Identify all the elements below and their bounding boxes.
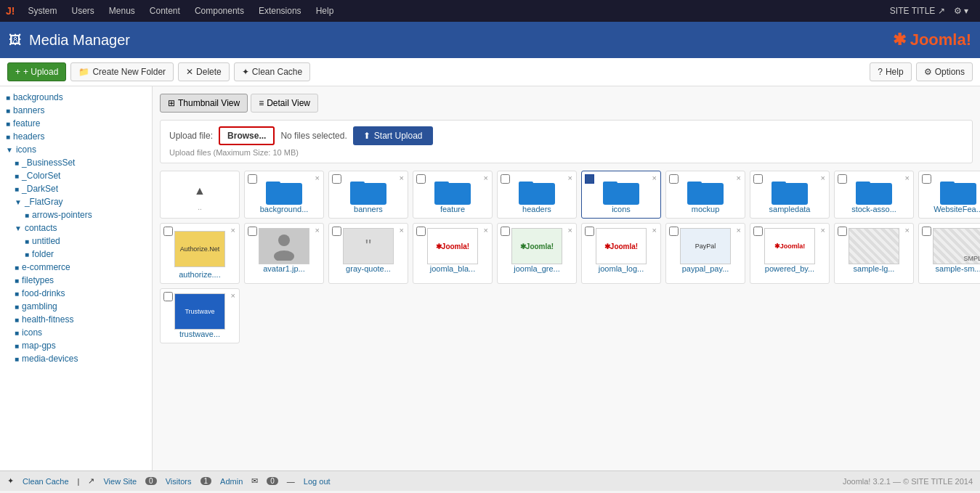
gear-icon[interactable]: ⚙ ▾	[948, 3, 974, 19]
close-icon[interactable]: ×	[821, 226, 825, 235]
file-item-joomla-log[interactable]: × ✱Joomla! joomla_log...	[581, 223, 661, 284]
close-icon[interactable]: ×	[400, 174, 404, 182]
file-checkbox[interactable]	[163, 227, 173, 236]
close-icon[interactable]: ×	[484, 174, 488, 182]
close-icon[interactable]: ×	[568, 174, 572, 182]
file-item-sample-sm[interactable]: × SMPL sample-sm...	[918, 223, 980, 284]
file-checkbox[interactable]	[922, 227, 931, 236]
file-item-authorize[interactable]: × Authorize.Net authorize....	[160, 223, 240, 284]
logout-link[interactable]: Log out	[304, 477, 331, 486]
nav-extensions[interactable]: Extensions	[253, 3, 307, 19]
file-checkbox[interactable]	[501, 227, 510, 236]
file-item-joomla-bla[interactable]: × ✱Joomla! joomla_bla...	[413, 223, 493, 284]
sidebar-item-untitled[interactable]: ■ untitled	[0, 235, 152, 248]
parent-folder-item[interactable]: ▲ ..	[160, 171, 240, 219]
folder-checkbox[interactable]	[753, 174, 763, 184]
view-site-link[interactable]: View Site	[103, 477, 137, 486]
nav-system[interactable]: System	[22, 3, 62, 19]
help-button[interactable]: ? Help	[870, 62, 911, 81]
folder-checkbox[interactable]	[922, 174, 931, 184]
close-icon[interactable]: ×	[400, 226, 404, 235]
folder-checkbox[interactable]	[501, 174, 510, 184]
file-checkbox[interactable]	[838, 227, 847, 236]
sidebar-item-health-fitness[interactable]: ■ health-fitness	[0, 313, 152, 326]
folder-checkbox[interactable]	[248, 174, 257, 184]
admin-link[interactable]: Admin	[220, 477, 243, 486]
close-icon[interactable]: ×	[737, 174, 741, 182]
sidebar-item-gambling[interactable]: ■ gambling	[0, 300, 152, 313]
folder-item-icons[interactable]: × icons	[581, 171, 661, 219]
folder-item-website[interactable]: × WebsiteFea...	[918, 171, 980, 219]
close-icon[interactable]: ×	[905, 226, 910, 235]
close-icon[interactable]: ×	[315, 174, 320, 182]
sidebar-item-folder[interactable]: ■ folder	[0, 248, 152, 261]
visitors-link[interactable]: Visitors	[166, 477, 192, 486]
sidebar-item-icons2[interactable]: ■ icons	[0, 326, 152, 339]
file-checkbox[interactable]	[332, 227, 341, 236]
file-checkbox[interactable]	[248, 227, 257, 236]
folder-item-headers[interactable]: × headers	[497, 171, 577, 219]
close-icon[interactable]: ×	[568, 226, 572, 235]
file-item-sample-lg[interactable]: × sample-lg...	[834, 223, 914, 284]
file-checkbox[interactable]	[753, 227, 763, 236]
sidebar-item-flatgray[interactable]: ▼ _FlatGray	[0, 195, 152, 208]
folder-checkbox-checked[interactable]	[585, 174, 594, 184]
sidebar-item-arrows[interactable]: ■ arrows-pointers	[0, 208, 152, 221]
sidebar-item-contacts[interactable]: ▼ contacts	[0, 221, 152, 235]
file-checkbox[interactable]	[416, 227, 426, 236]
close-icon[interactable]: ×	[737, 226, 741, 235]
sidebar-item-backgrounds[interactable]: ■ backgrounds	[0, 91, 152, 104]
nav-content[interactable]: Content	[144, 3, 186, 19]
folder-checkbox[interactable]	[669, 174, 679, 184]
folder-item-feature[interactable]: × feature	[413, 171, 493, 219]
close-icon[interactable]: ×	[821, 174, 825, 182]
sidebar-item-headers[interactable]: ■ headers	[0, 130, 152, 143]
sidebar-item-businessset[interactable]: ■ _BusinessSet	[0, 156, 152, 169]
file-checkbox[interactable]	[163, 292, 173, 301]
folder-item-mockup[interactable]: × mockup	[665, 171, 745, 219]
file-item-trustwave[interactable]: × Trustwave trustwave...	[160, 288, 240, 343]
close-icon[interactable]: ×	[652, 174, 657, 182]
close-icon[interactable]: ×	[905, 174, 910, 182]
sidebar-item-food-drinks[interactable]: ■ food-drinks	[0, 287, 152, 300]
folder-item-sampledata[interactable]: × sampledata	[750, 171, 830, 219]
nav-help[interactable]: Help	[310, 3, 340, 19]
folder-item-backgrounds[interactable]: × background...	[244, 171, 324, 219]
folder-checkbox[interactable]	[838, 174, 847, 184]
upload-button[interactable]: + + Upload	[7, 62, 66, 81]
sidebar-item-media-devices[interactable]: ■ media-devices	[0, 352, 152, 365]
file-item-gray-quote[interactable]: × " gray-quote...	[328, 223, 408, 284]
sidebar-item-darkset[interactable]: ■ _DarkSet	[0, 182, 152, 195]
options-button[interactable]: ⚙ Options	[916, 62, 973, 81]
folder-item-banners[interactable]: × banners	[328, 171, 408, 219]
browse-button[interactable]: Browse...	[219, 126, 275, 145]
nav-users[interactable]: Users	[65, 3, 100, 19]
sidebar-item-banners[interactable]: ■ banners	[0, 104, 152, 117]
sidebar-item-colorset[interactable]: ■ _ColorSet	[0, 169, 152, 182]
start-upload-button[interactable]: ⬆ Start Upload	[353, 126, 433, 145]
file-item-powered-by[interactable]: × ✱Joomla! powered_by...	[750, 223, 830, 284]
file-checkbox[interactable]	[585, 227, 594, 236]
close-icon[interactable]: ×	[652, 226, 657, 235]
file-checkbox[interactable]	[669, 227, 679, 236]
detail-view-button[interactable]: ≡ Detail View	[251, 94, 318, 113]
create-folder-button[interactable]: 📁 Create New Folder	[70, 62, 174, 81]
sidebar-item-feature[interactable]: ■ feature	[0, 117, 152, 130]
thumbnail-view-button[interactable]: ⊞ Thumbnail View	[160, 94, 248, 113]
sidebar-item-icons[interactable]: ▼ icons	[0, 143, 152, 156]
delete-button[interactable]: ✕ Delete	[178, 62, 230, 81]
folder-checkbox[interactable]	[416, 174, 426, 184]
close-icon[interactable]: ×	[231, 226, 235, 235]
file-item-avatar[interactable]: × avatar1.jp...	[244, 223, 324, 284]
close-icon[interactable]: ×	[484, 226, 488, 235]
close-icon[interactable]: ×	[231, 291, 235, 300]
nav-components[interactable]: Components	[189, 3, 250, 19]
clean-cache-toolbar-button[interactable]: ✦ Clean Cache	[234, 62, 310, 81]
folder-item-stock[interactable]: × stock-asso...	[834, 171, 914, 219]
sidebar-item-map-gps[interactable]: ■ map-gps	[0, 339, 152, 352]
close-icon[interactable]: ×	[315, 226, 320, 235]
clean-cache-footer-button[interactable]: Clean Cache	[23, 477, 69, 486]
sidebar-item-filetypes[interactable]: ■ filetypes	[0, 274, 152, 287]
nav-menus[interactable]: Menus	[103, 3, 141, 19]
folder-checkbox[interactable]	[332, 174, 341, 184]
